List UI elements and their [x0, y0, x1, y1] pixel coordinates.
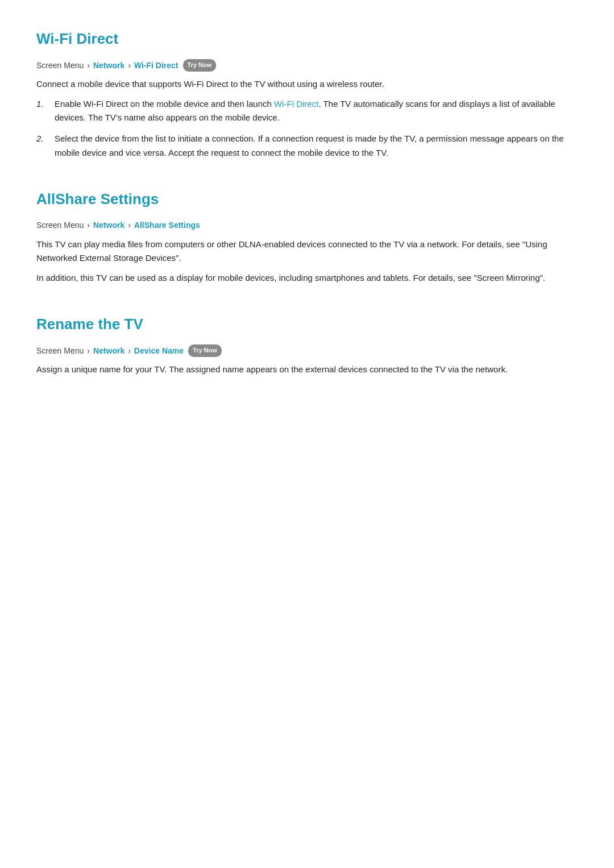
- allshare-para-1: This TV can play media files from comput…: [36, 238, 578, 266]
- breadcrumb-screen-menu: Screen Menu: [36, 59, 84, 72]
- rename-tv-title: Rename the TV: [36, 313, 578, 337]
- allshare-breadcrumb: Screen Menu › Network › AllShare Setting…: [36, 219, 578, 231]
- rename-tv-section: Rename the TV Screen Menu › Network › De…: [36, 313, 578, 377]
- rename-tv-para: Assign a unique name for your TV. The as…: [36, 363, 578, 377]
- wifi-direct-inline-link[interactable]: Wi-Fi Direct: [274, 99, 318, 109]
- breadcrumb-device-name[interactable]: Device Name: [134, 344, 184, 357]
- breadcrumb-sep-6: ›: [128, 344, 131, 357]
- wifi-direct-list: 1. Enable Wi-Fi Direct on the mobile dev…: [36, 97, 578, 160]
- list-content-2: Select the device from the list to initi…: [55, 132, 578, 160]
- list-item-1: 1. Enable Wi-Fi Direct on the mobile dev…: [36, 97, 578, 126]
- wifi-direct-intro: Connect a mobile device that supports Wi…: [36, 77, 578, 92]
- wifi-direct-title: Wi-Fi Direct: [36, 27, 578, 51]
- breadcrumb-screen-menu-2: Screen Menu: [36, 219, 84, 231]
- breadcrumb-sep-1: ›: [87, 59, 90, 72]
- wifi-direct-breadcrumb: Screen Menu › Network › Wi-Fi Direct Try…: [36, 59, 578, 72]
- breadcrumb-network-3[interactable]: Network: [93, 344, 125, 357]
- breadcrumb-allshare[interactable]: AllShare Settings: [134, 219, 200, 231]
- list-content-1: Enable Wi-Fi Direct on the mobile device…: [55, 97, 578, 126]
- allshare-para-2: In addition, this TV can be used as a di…: [36, 271, 578, 285]
- breadcrumb-sep-3: ›: [87, 219, 90, 231]
- allshare-title: AllShare Settings: [36, 188, 578, 211]
- allshare-section: AllShare Settings Screen Menu › Network …: [36, 188, 578, 285]
- breadcrumb-network-2[interactable]: Network: [93, 219, 125, 231]
- try-now-badge-2[interactable]: Try Now: [188, 344, 222, 357]
- breadcrumb-screen-menu-3: Screen Menu: [36, 344, 84, 357]
- breadcrumb-sep-2: ›: [128, 59, 131, 72]
- list-item-2: 2. Select the device from the list to in…: [36, 132, 578, 160]
- list-text-before-1: Enable Wi-Fi Direct on the mobile device…: [55, 99, 274, 109]
- list-number-2: 2.: [36, 132, 49, 160]
- rename-tv-breadcrumb: Screen Menu › Network › Device Name Try …: [36, 344, 578, 357]
- breadcrumb-sep-4: ›: [128, 219, 131, 231]
- try-now-badge-1[interactable]: Try Now: [183, 59, 217, 72]
- breadcrumb-wifi-direct[interactable]: Wi-Fi Direct: [134, 59, 179, 72]
- breadcrumb-sep-5: ›: [87, 344, 90, 357]
- wifi-direct-section: Wi-Fi Direct Screen Menu › Network › Wi-…: [36, 27, 578, 160]
- list-number-1: 1.: [36, 97, 49, 126]
- breadcrumb-network-1[interactable]: Network: [93, 59, 125, 72]
